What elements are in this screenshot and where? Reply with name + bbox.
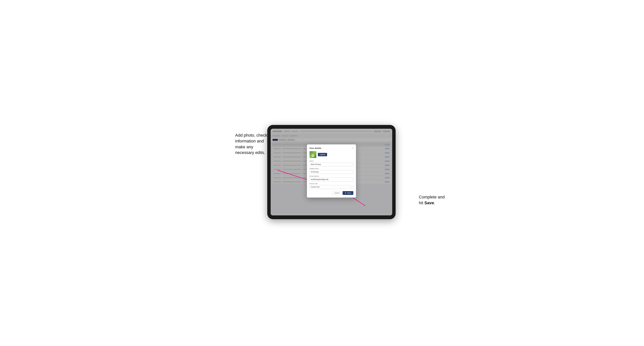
school-year-clear-icon[interactable]: × [350, 186, 351, 188]
school-year-input[interactable] [310, 185, 353, 189]
school-year-label: School Year [310, 183, 353, 184]
cancel-button[interactable]: Cancel [332, 191, 342, 195]
email-input[interactable] [310, 177, 353, 181]
display-name-input[interactable] [310, 170, 353, 174]
upload-button[interactable]: Upload [318, 153, 327, 156]
name-label: Name [310, 160, 353, 162]
tablet-frame: User details × Upload Name Display name … [267, 125, 396, 219]
save-icon: ⬆ [345, 192, 346, 194]
user-details-modal: User details × Upload Name Display name … [307, 144, 356, 197]
scene: Add photo, check information and make an… [237, 121, 407, 225]
chevron-down-icon[interactable]: ⌄ [351, 186, 352, 188]
photo-thumbnail [310, 151, 316, 158]
email-field-group: Email address [310, 175, 353, 181]
email-label: Email address [310, 175, 353, 177]
close-icon[interactable]: × [352, 147, 353, 149]
tablet-screen: User details × Upload Name Display name … [271, 129, 392, 215]
modal-title: User details [310, 147, 321, 149]
save-button[interactable]: ⬆ Save [342, 191, 353, 195]
name-field-group: Name [310, 160, 353, 166]
modal-header: User details × [310, 147, 353, 149]
photo-row: Upload [310, 151, 353, 158]
school-year-wrapper: × ⌄ [310, 185, 353, 189]
display-name-field-group: Display name [310, 168, 353, 174]
right-annotation: Complete and hit Save. [419, 194, 445, 206]
modal-footer: Cancel ⬆ Save [310, 191, 353, 195]
left-annotation: Add photo, check information and make an… [235, 133, 267, 156]
display-name-label: Display name [310, 168, 353, 170]
school-year-field-group: School Year × ⌄ [310, 183, 353, 189]
save-label: Save [347, 192, 351, 194]
name-input[interactable] [310, 163, 353, 166]
